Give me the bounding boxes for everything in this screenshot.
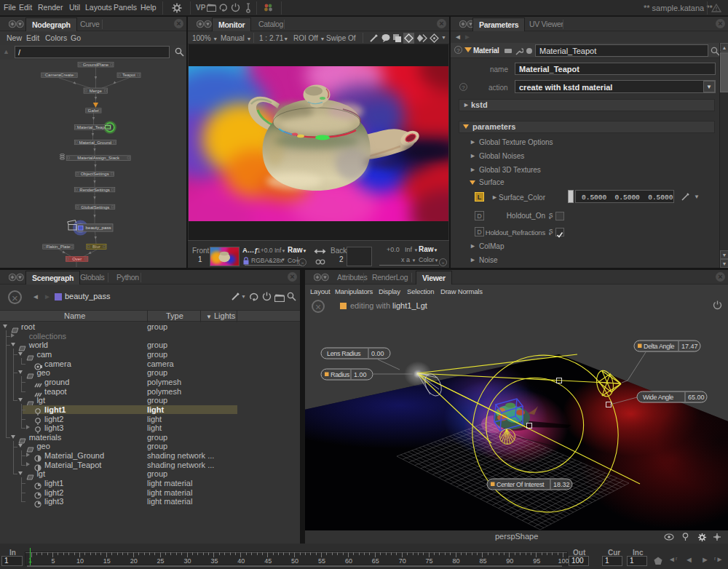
svg-text:Material_Ground: Material_Ground — [79, 140, 111, 145]
svg-text:Merge: Merge — [90, 89, 103, 93]
svg-text:Blur: Blur — [92, 244, 100, 249]
svg-text:Gafer: Gafer — [88, 108, 99, 113]
svg-text:Lens Radius: Lens Radius — [327, 350, 361, 357]
svg-text:Material_Teapot: Material_Teapot — [77, 125, 108, 130]
svg-text:17.47: 17.47 — [681, 343, 698, 350]
svg-text:Radius: Radius — [331, 371, 350, 378]
svg-text:65.00: 65.00 — [688, 394, 705, 401]
svg-text:RenderSettings: RenderSettings — [79, 188, 109, 192]
svg-text:1.00: 1.00 — [354, 371, 367, 378]
svg-text:Flakin_Plate: Flakin_Plate — [46, 244, 71, 249]
svg-text:MaterialAssign_Stack: MaterialAssign_Stack — [77, 156, 120, 160]
svg-text:Teapot: Teapot — [122, 73, 135, 77]
svg-text:Over: Over — [72, 257, 82, 261]
svg-text:GlobalSettings: GlobalSettings — [81, 205, 109, 210]
svg-text:Center Of Interest: Center Of Interest — [496, 481, 545, 488]
svg-text:Delta Angle: Delta Angle — [644, 343, 675, 350]
svg-text:beauty_pass: beauty_pass — [86, 225, 111, 230]
svg-text:0.00: 0.00 — [371, 350, 384, 357]
svg-text:GroundPlane: GroundPlane — [83, 63, 109, 67]
svg-text:CameraCreate: CameraCreate — [45, 73, 74, 77]
svg-text:ObjectSettings: ObjectSettings — [81, 172, 109, 176]
svg-text:18.32: 18.32 — [553, 481, 570, 488]
svg-text:Wide Angle: Wide Angle — [643, 394, 673, 401]
